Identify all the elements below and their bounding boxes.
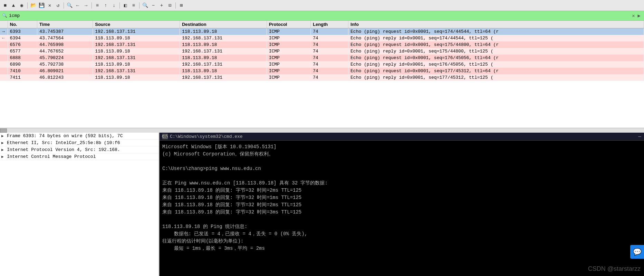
cell-destination: 118.113.89.18: [180, 41, 267, 48]
cell-time: 44.767652: [37, 48, 93, 55]
row-arrow: [0, 74, 8, 81]
toolbar-zoom-minus-btn[interactable]: −: [150, 2, 157, 9]
detail-expand-icon[interactable]: ▶: [1, 141, 6, 145]
detail-item-text: Ethernet II, Src: IntelCor_25:5e:8b (10:…: [7, 140, 120, 145]
cmd-line: (c) Microsoft Corporation。保留所有权利。: [162, 151, 641, 158]
cell-time: 45.792738: [37, 61, 93, 68]
cmd-line: [162, 158, 641, 165]
toolbar-fit-btn[interactable]: ⊡: [166, 2, 174, 9]
cell-info: Echo (ping) reply id=0x0001, seq=177/453…: [348, 74, 644, 81]
table-row[interactable]: →639343.745387192.168.137.131118.113.89.…: [0, 28, 644, 35]
toolbar-forward-btn[interactable]: →: [82, 2, 90, 9]
detail-item-text: Frame 6393: 74 bytes on wire (592 bits),…: [7, 133, 123, 139]
col-no[interactable]: No.: [8, 21, 37, 28]
cmd-line: [162, 216, 641, 223]
cmd-titlebar: C:\ C:\Windows\system32\cmd.exe —: [160, 133, 644, 141]
detail-item[interactable]: ▶Frame 6393: 74 bytes on wire (592 bits)…: [0, 133, 159, 140]
toolbar-down-btn[interactable]: ↓: [110, 2, 118, 9]
toolbar-save-btn[interactable]: 💾: [38, 2, 45, 9]
cmd-line: 来自 118.113.89.18 的回复: 字节=32 时间=1ms TTL=1…: [162, 194, 641, 201]
toolbar-grid-btn[interactable]: ⊞: [177, 2, 185, 9]
cell-no: 6576: [8, 41, 37, 48]
cell-length: 74: [310, 48, 348, 55]
cell-source: 192.168.137.131: [93, 41, 180, 48]
col-info[interactable]: Info: [348, 21, 644, 28]
cell-length: 74: [310, 28, 348, 35]
cell-length: 74: [310, 68, 348, 74]
toolbar-zoom-plus-btn[interactable]: +: [158, 2, 165, 9]
detail-expand-icon[interactable]: ▶: [1, 147, 6, 152]
toolbar-start-btn[interactable]: ▲: [10, 2, 17, 9]
detail-item-text: Internet Control Message Protocol: [7, 154, 96, 159]
toolbar-open-btn[interactable]: 📂: [29, 2, 37, 9]
row-arrow: ←: [0, 35, 8, 41]
col-time[interactable]: Time: [37, 21, 93, 28]
cell-protocol: ICMP: [267, 74, 310, 81]
cell-time: 43.747564: [37, 35, 93, 41]
filter-close-btn[interactable]: ✕: [631, 13, 636, 19]
cell-info: Echo (ping) request id=0x0001, seq=175/4…: [348, 41, 644, 48]
detail-expand-icon[interactable]: ▶: [1, 154, 6, 159]
col-protocol[interactable]: Protocol: [267, 21, 310, 28]
table-row[interactable]: 688845.790224192.168.137.131118.113.89.1…: [0, 55, 644, 61]
cell-time: 46.809021: [37, 68, 93, 74]
toolbar-sep6: [175, 2, 176, 9]
cell-info: Echo (ping) request id=0x0001, seq=174/4…: [348, 28, 644, 35]
table-row[interactable]: 689045.792738118.113.89.18192.168.137.13…: [0, 61, 644, 68]
toolbar-zoom2-btn[interactable]: 🔍: [141, 2, 149, 9]
toolbar-stop-btn[interactable]: ■: [1, 2, 9, 9]
packet-list: No. Time Source Destination Protocol Len…: [0, 21, 644, 128]
col-source[interactable]: Source: [93, 21, 180, 28]
cell-protocol: ICMP: [267, 55, 310, 61]
cell-destination: 118.113.89.18: [180, 28, 267, 35]
filter-arrow-btn[interactable]: ▶: [636, 13, 642, 19]
toolbar-restart-btn[interactable]: ◉: [18, 2, 26, 9]
cmd-line: 118.113.89.18 的 Ping 统计信息:: [162, 223, 641, 230]
cell-no: 6890: [8, 61, 37, 68]
table-row[interactable]: 657744.767652118.113.89.18192.168.137.13…: [0, 48, 644, 55]
table-row[interactable]: 741146.812243118.113.89.18192.168.137.13…: [0, 74, 644, 81]
toolbar-zoom-in-btn[interactable]: 🔍: [66, 2, 73, 9]
table-row[interactable]: 741046.809021192.168.137.131118.113.89.1…: [0, 68, 644, 74]
filter-input[interactable]: [9, 13, 631, 18]
table-row[interactable]: ←639443.747564118.113.89.18192.168.137.1…: [0, 35, 644, 41]
toolbar-close-btn[interactable]: ✕: [46, 2, 54, 9]
detail-expand-icon[interactable]: ▶: [1, 134, 6, 138]
cmd-line: 最短 = 1ms，最长 = 3ms，平均 = 2ms: [162, 245, 641, 252]
table-row[interactable]: 657644.765998192.168.137.131118.113.89.1…: [0, 41, 644, 48]
cmd-minimize-btn[interactable]: —: [638, 134, 641, 139]
cmd-title-text: C:\Windows\system32\cmd.exe: [170, 134, 243, 139]
cell-destination: 192.168.137.131: [180, 35, 267, 41]
toolbar-up-btn[interactable]: ↑: [102, 2, 109, 9]
cell-no: 6888: [8, 55, 37, 61]
cmd-body: Microsoft Windows [版本 10.0.19045.5131](c…: [160, 141, 644, 255]
toolbar-align-center-btn[interactable]: ≡: [130, 2, 137, 9]
filter-icon: 🔍: [2, 13, 8, 19]
toolbar-sep2: [64, 2, 64, 9]
hscroll-bar[interactable]: [0, 128, 644, 133]
cell-source: 118.113.89.18: [93, 48, 180, 55]
toolbar-reload-btn[interactable]: ↺: [54, 2, 62, 9]
chat-button[interactable]: 💬: [630, 245, 644, 259]
cmd-line: C:\Users\zhang>ping www.nsu.edu.cn: [162, 165, 641, 172]
col-length[interactable]: Length: [310, 21, 348, 28]
cell-length: 74: [310, 41, 348, 48]
cell-protocol: ICMP: [267, 48, 310, 55]
cell-destination: 192.168.137.131: [180, 48, 267, 55]
cell-destination: 118.113.89.18: [180, 55, 267, 61]
detail-item[interactable]: ▶Internet Control Message Protocol: [0, 153, 159, 160]
hscroll-thumb[interactable]: [0, 129, 7, 133]
col-destination[interactable]: Destination: [180, 21, 267, 28]
toolbar-align-left-btn[interactable]: ◧: [122, 2, 129, 9]
toolbar-mark-btn[interactable]: ≡: [94, 2, 101, 9]
cell-protocol: ICMP: [267, 28, 310, 35]
cmd-line: 数据包: 已发送 = 4，已接收 = 4，丢失 = 0 (0% 丢失),: [162, 230, 641, 238]
cell-length: 74: [310, 61, 348, 68]
detail-item[interactable]: ▶Ethernet II, Src: IntelCor_25:5e:8b (10…: [0, 140, 159, 146]
detail-item[interactable]: ▶Internet Protocol Version 4, Src: 192.1…: [0, 146, 159, 153]
cmd-line: 往返行程的估计时间(以毫秒为单位):: [162, 238, 641, 245]
cell-destination: 118.113.89.18: [180, 68, 267, 74]
toolbar: ■ ▲ ◉ 📂 💾 ✕ ↺ 🔍 ← → ≡ ↑ ↓ ◧ ≡ 🔍 − + ⊡ ⊞: [0, 0, 644, 11]
toolbar-back-btn[interactable]: ←: [74, 2, 81, 9]
cell-length: 74: [310, 74, 348, 81]
